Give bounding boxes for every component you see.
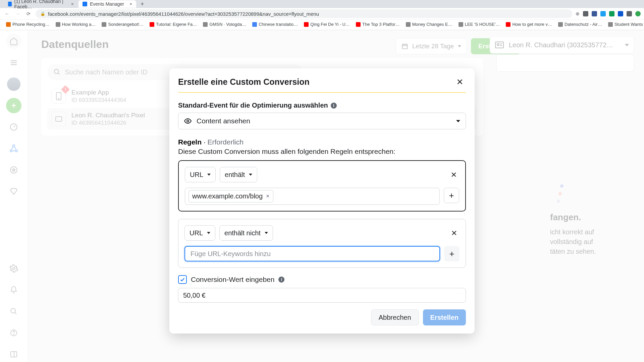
keyword-token: www.example.com/blog × <box>189 190 273 202</box>
rule-field-select[interactable]: URL <box>184 225 215 241</box>
bookmark-item[interactable]: Student Wants an… <box>606 21 644 28</box>
close-icon <box>450 171 457 178</box>
bookmarks-bar: Phone Recycling… How Working a… Sonderan… <box>0 19 644 29</box>
app-root: + Datenquellen <box>0 30 644 362</box>
browser-tab[interactable]: Events Manager × <box>78 0 136 8</box>
close-icon[interactable]: × <box>71 1 74 7</box>
submit-button[interactable]: Erstellen <box>423 309 466 325</box>
info-icon[interactable]: i <box>331 103 337 109</box>
keyword-input[interactable]: Füge URL-Keywords hinzu <box>184 246 440 261</box>
zoom-icon[interactable]: ⊕ <box>576 11 580 16</box>
cancel-button[interactable]: Abbrechen <box>371 309 419 325</box>
menu-icon[interactable] <box>627 11 632 16</box>
bookmark-item[interactable]: The Top 3 Platfor… <box>354 21 402 28</box>
close-icon <box>456 78 464 85</box>
reload-button[interactable]: ⟳ <box>25 10 32 17</box>
tab-title: (1) Leon R. Chaudhari | Faceb… <box>14 0 66 9</box>
remove-token-button[interactable]: × <box>266 193 270 200</box>
modal-title: Erstelle eine Custom Conversion <box>178 77 310 87</box>
star-icon[interactable] <box>583 11 588 16</box>
bookmark-item[interactable]: Chinese translatio… <box>250 21 300 28</box>
bookmark-item[interactable]: Datenschutz - Air… <box>556 21 604 28</box>
extension-icons: ⊕ <box>576 11 641 16</box>
check-icon <box>180 277 185 282</box>
bookmark-item[interactable]: Sonderangebot!… <box>100 21 146 28</box>
rules-header: Regeln · Erforderlich <box>178 138 466 146</box>
lock-icon: 🔒 <box>40 11 45 16</box>
conversion-value-input[interactable] <box>178 288 466 303</box>
bookmark-item[interactable]: Qing Fei De Yi - U… <box>302 21 352 28</box>
event-selected: Content ansehen <box>197 117 451 125</box>
chevron-down-icon <box>207 232 210 234</box>
remove-rule-button[interactable] <box>449 228 460 238</box>
bookmark-item[interactable]: How to get more v… <box>504 21 554 28</box>
svg-point-33 <box>187 120 189 122</box>
chevron-down-icon <box>207 174 211 176</box>
browser-tab[interactable]: (1) Leon R. Chaudhari | Faceb… × <box>4 0 78 8</box>
eye-icon <box>184 117 192 125</box>
keyword-placeholder: Füge URL-Keywords hinzu <box>189 250 271 258</box>
rule-box: URL enthält nicht Füge URL-Keywords hinz… <box>178 219 466 268</box>
keyword-input[interactable]: www.example.com/blog × <box>185 188 440 205</box>
bookmark-item[interactable]: Phone Recycling… <box>4 21 52 28</box>
add-rule-value-button[interactable]: + <box>444 246 460 261</box>
fb-ext-icon[interactable] <box>592 11 597 16</box>
facebook-icon <box>8 2 12 6</box>
rule-field-select[interactable]: URL <box>185 167 216 182</box>
remove-rule-button[interactable] <box>448 170 459 179</box>
nav-bar: ← → ⟳ 🔒 facebook.com/events_manager2/lis… <box>0 8 644 19</box>
custom-conversion-modal: Erstelle eine Custom Conversion Standard… <box>169 68 475 334</box>
conversion-value-row: Conversion-Wert eingeben i <box>178 275 466 284</box>
rule-operator-select[interactable]: enthält <box>220 167 257 182</box>
conversion-value-checkbox[interactable] <box>178 275 187 284</box>
standard-event-label: Standard-Event für die Optimierung auswä… <box>178 102 466 109</box>
facebook-icon <box>83 2 87 6</box>
rule-box: URL enthält www.example.com/blog <box>178 160 466 212</box>
tab-bar: (1) Leon R. Chaudhari | Faceb… × Events … <box>0 0 644 8</box>
browser-chrome: (1) Leon R. Chaudhari | Faceb… × Events … <box>0 0 644 30</box>
bookmark-item[interactable]: GMSN · Vologda… <box>201 21 248 28</box>
url-text: facebook.com/events_manager2/list/pixel/… <box>48 11 319 17</box>
info-icon[interactable]: i <box>278 277 284 283</box>
ext-icon[interactable] <box>618 11 623 16</box>
conversion-value-label: Conversion-Wert eingeben <box>191 276 274 284</box>
close-icon <box>451 230 458 236</box>
bookmark-item[interactable]: How Working a… <box>54 21 98 28</box>
bookmark-item[interactable]: Money Changes E… <box>404 21 454 28</box>
back-button[interactable]: ← <box>3 10 11 17</box>
chevron-down-icon <box>456 120 460 122</box>
event-select[interactable]: Content ansehen <box>178 113 466 129</box>
rules-description: Diese Custom Conversion muss allen folge… <box>178 147 466 156</box>
bookmark-item[interactable]: LEE 'S HOUSE'… <box>457 21 502 28</box>
avatar-icon[interactable] <box>635 11 641 16</box>
ext-icon[interactable] <box>609 11 614 16</box>
modal-close-button[interactable] <box>454 76 466 88</box>
chevron-down-icon <box>249 174 252 176</box>
forward-button[interactable]: → <box>14 10 21 17</box>
bookmark-item[interactable]: Tutorial: Eigene Fa… <box>148 21 199 28</box>
chevron-down-icon <box>265 232 268 234</box>
ext-icon[interactable] <box>600 11 606 16</box>
tab-title: Events Manager <box>90 1 124 7</box>
plus-icon: + <box>449 249 454 259</box>
close-icon[interactable]: × <box>129 1 132 7</box>
add-rule-value-button[interactable]: + <box>444 188 459 203</box>
plus-icon: + <box>449 190 454 201</box>
new-tab-button[interactable]: + <box>139 1 146 7</box>
url-bar[interactable]: 🔒 facebook.com/events_manager2/list/pixe… <box>36 9 572 18</box>
rule-operator-select[interactable]: enthält nicht <box>219 225 273 241</box>
